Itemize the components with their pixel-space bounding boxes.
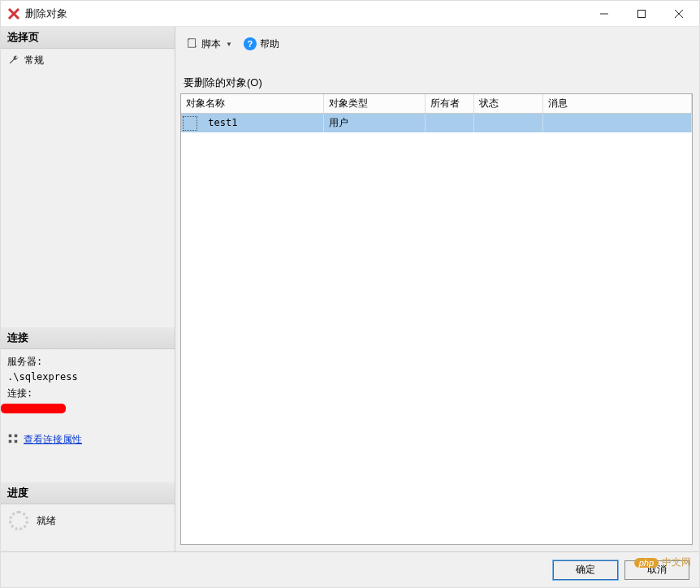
titlebar: 删除对象 — [1, 1, 699, 27]
objects-grid-container: 对象名称 对象类型 所有者 状态 消息 test1 — [180, 93, 693, 545]
server-label: 服务器: — [7, 354, 168, 370]
col-type[interactable]: 对象类型 — [323, 94, 425, 114]
dialog-window: 删除对象 选择页 常规 连接 服务 — [0, 0, 700, 588]
script-label: 脚本 — [201, 37, 221, 51]
svg-rect-10 — [188, 38, 196, 47]
progress-header: 进度 — [1, 482, 175, 504]
progress-status-block: 就绪 — [1, 504, 175, 537]
view-connection-properties[interactable]: 查看连接属性 — [1, 430, 175, 450]
main-panel: 脚本 ▼ ? 帮助 要删除的对象(O) — [175, 27, 699, 551]
col-owner[interactable]: 所有者 — [425, 94, 473, 114]
script-button[interactable]: 脚本 ▼ — [184, 36, 235, 53]
col-message[interactable]: 消息 — [542, 94, 692, 114]
object-icon — [183, 116, 197, 131]
dialog-footer: 确定 取消 php 中文网 — [1, 551, 699, 587]
connection-label: 连接: — [7, 386, 168, 401]
grid-header-row: 对象名称 对象类型 所有者 状态 消息 — [181, 94, 692, 114]
view-connection-properties-link[interactable]: 查看连接属性 — [24, 433, 82, 447]
svg-rect-6 — [9, 435, 12, 438]
table-row[interactable]: test1 用户 — [181, 114, 692, 133]
cell-type: 用户 — [323, 114, 425, 133]
sidebar-item-label: 常规 — [24, 54, 44, 67]
cell-owner — [425, 114, 473, 133]
connection-header: 连接 — [1, 327, 175, 349]
help-button[interactable]: ? 帮助 — [240, 36, 283, 53]
chevron-down-icon: ▼ — [226, 41, 232, 48]
minimize-button[interactable] — [585, 1, 623, 27]
objects-grid[interactable]: 对象名称 对象类型 所有者 状态 消息 test1 — [181, 94, 692, 132]
svg-rect-8 — [9, 440, 12, 443]
script-icon — [187, 37, 198, 51]
progress-status-text: 就绪 — [37, 514, 56, 528]
col-status[interactable]: 状态 — [473, 94, 542, 114]
close-button[interactable] — [660, 1, 698, 27]
delete-icon — [7, 7, 20, 20]
cancel-button[interactable]: 取消 — [624, 560, 689, 580]
select-page-header: 选择页 — [1, 27, 175, 49]
ok-button[interactable]: 确定 — [553, 560, 618, 580]
help-icon: ? — [244, 37, 257, 50]
connection-info: 服务器: .\sqlexpress 连接: — [1, 349, 175, 422]
maximize-button[interactable] — [623, 1, 660, 27]
properties-icon — [7, 433, 19, 447]
window-controls — [585, 1, 698, 26]
col-name[interactable]: 对象名称 — [181, 94, 323, 114]
cell-name: test1 — [208, 117, 237, 128]
window-title: 删除对象 — [25, 6, 585, 21]
toolbar: 脚本 ▼ ? 帮助 — [180, 32, 693, 56]
svg-rect-3 — [638, 11, 646, 18]
wrench-icon — [9, 54, 19, 67]
objects-to-delete-label: 要删除的对象(O) — [184, 76, 691, 90]
spinner-icon — [9, 511, 28, 530]
sidebar: 选择页 常规 连接 服务器: .\sqlexpress 连接: 查看连接属性 — [1, 27, 175, 551]
svg-rect-7 — [15, 435, 18, 438]
sidebar-item-general[interactable]: 常规 — [1, 49, 175, 72]
cell-status — [473, 114, 542, 133]
help-label: 帮助 — [260, 37, 279, 51]
redaction-mark — [1, 404, 66, 413]
server-value: .\sqlexpress — [7, 370, 168, 385]
cell-message — [542, 114, 692, 133]
svg-rect-9 — [15, 440, 18, 443]
